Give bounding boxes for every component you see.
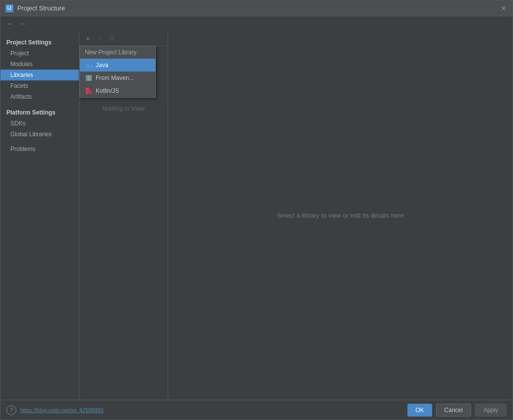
forward-button[interactable]: → xyxy=(17,18,28,29)
sidebar-item-facets[interactable]: Facets xyxy=(0,80,79,91)
content-area: Project Settings Project Modules Librari… xyxy=(0,31,513,400)
dialog-title: Project Structure xyxy=(17,4,65,12)
title-bar-left: IJ Project Structure xyxy=(5,4,65,12)
app-icon: IJ xyxy=(5,4,13,12)
sidebar: Project Settings Project Modules Librari… xyxy=(0,31,79,400)
detail-panel: Select a library to view or edit its det… xyxy=(168,31,513,400)
sidebar-item-problems[interactable]: Problems xyxy=(0,144,79,154)
nav-row: ← → xyxy=(0,16,513,31)
dropdown-item-kotlin-js[interactable]: Kotlin/JS xyxy=(80,84,155,97)
java-icon xyxy=(85,61,93,69)
dropdown-item-from-maven[interactable]: From Maven... xyxy=(80,72,155,84)
project-settings-title: Project Settings xyxy=(0,36,79,48)
sidebar-item-project[interactable]: Project xyxy=(0,48,79,59)
bottom-bar: ? https://blog.csdn.net/qq_42588990 OK C… xyxy=(0,400,513,420)
ok-button[interactable]: OK xyxy=(407,404,432,417)
sidebar-item-sdks[interactable]: SDKs xyxy=(0,118,79,129)
svg-rect-0 xyxy=(86,75,88,81)
status-link[interactable]: https://blog.csdn.net/qq_42588990 xyxy=(20,407,104,413)
svg-rect-2 xyxy=(90,75,92,81)
panel-toolbar: + − ⧉ xyxy=(79,31,168,46)
bottom-left: ? https://blog.csdn.net/qq_42588990 xyxy=(6,405,104,415)
detail-hint: Select a library to view or edit its det… xyxy=(277,212,403,219)
empty-panel-text: Nothing to show xyxy=(79,100,168,117)
sidebar-item-artifacts[interactable]: Artifacts xyxy=(0,91,79,102)
close-button[interactable]: ✕ xyxy=(500,4,508,12)
middle-panel: + − ⧉ New Project Library xyxy=(79,31,168,400)
new-project-library-dropdown: New Project Library Java xyxy=(79,46,156,98)
svg-rect-1 xyxy=(88,75,90,81)
cancel-button[interactable]: Cancel xyxy=(436,404,471,417)
sidebar-item-libraries[interactable]: Libraries xyxy=(0,70,79,80)
platform-settings-title: Platform Settings xyxy=(0,106,79,118)
add-library-button[interactable]: + xyxy=(82,33,93,44)
title-bar: IJ Project Structure ✕ xyxy=(0,0,513,16)
dropdown-item-java[interactable]: Java xyxy=(80,59,155,72)
copy-library-button[interactable]: ⧉ xyxy=(106,33,117,44)
dropdown-header: New Project Library xyxy=(80,46,155,59)
maven-icon xyxy=(85,74,93,82)
apply-button[interactable]: Apply xyxy=(475,404,507,417)
kotlin-icon xyxy=(85,87,93,95)
help-button[interactable]: ? xyxy=(6,405,16,415)
remove-library-button[interactable]: − xyxy=(94,33,105,44)
back-button[interactable]: ← xyxy=(4,18,15,29)
sidebar-item-global-libraries[interactable]: Global Libraries xyxy=(0,129,79,140)
sidebar-item-modules[interactable]: Modules xyxy=(0,59,79,70)
bottom-right: OK Cancel Apply xyxy=(407,404,507,417)
project-structure-dialog: IJ Project Structure ✕ ← → Project Setti… xyxy=(0,0,513,420)
